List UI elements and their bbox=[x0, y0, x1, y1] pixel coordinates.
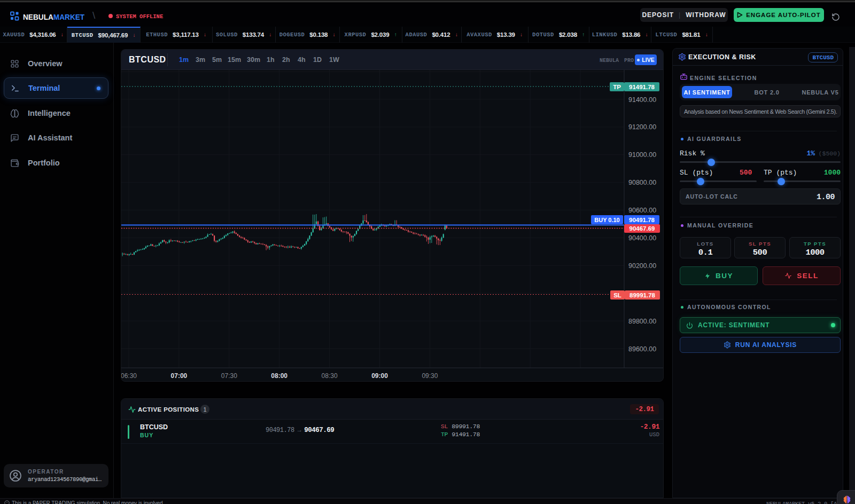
svg-text:BUY 0.10: BUY 0.10 bbox=[594, 217, 620, 223]
svg-text:89600.00: 89600.00 bbox=[628, 345, 656, 353]
svg-text:89800.00: 89800.00 bbox=[628, 318, 656, 325]
svg-text:06:30: 06:30 bbox=[121, 372, 137, 380]
svg-text:09:30: 09:30 bbox=[422, 372, 438, 380]
svg-text:08:30: 08:30 bbox=[322, 372, 338, 380]
svg-text:91491.78: 91491.78 bbox=[629, 84, 655, 90]
svg-text:90800.00: 90800.00 bbox=[628, 179, 656, 186]
svg-text:90400.00: 90400.00 bbox=[628, 234, 656, 242]
svg-text:TP: TP bbox=[613, 84, 621, 90]
svg-text:07:00: 07:00 bbox=[171, 372, 188, 380]
svg-text:91000.00: 91000.00 bbox=[628, 151, 656, 159]
svg-text:08:00: 08:00 bbox=[271, 372, 287, 380]
svg-text:90491.78: 90491.78 bbox=[629, 217, 655, 223]
svg-text:91400.00: 91400.00 bbox=[628, 96, 656, 104]
svg-text:91200.00: 91200.00 bbox=[628, 123, 656, 131]
svg-text:89991.78: 89991.78 bbox=[629, 292, 656, 298]
svg-text:SL: SL bbox=[613, 292, 621, 298]
svg-text:90600.00: 90600.00 bbox=[628, 207, 656, 214]
svg-text:90200.00: 90200.00 bbox=[628, 262, 656, 270]
svg-text:90467.69: 90467.69 bbox=[629, 225, 655, 232]
svg-text:07:30: 07:30 bbox=[221, 372, 237, 380]
svg-text:09:00: 09:00 bbox=[371, 372, 388, 380]
